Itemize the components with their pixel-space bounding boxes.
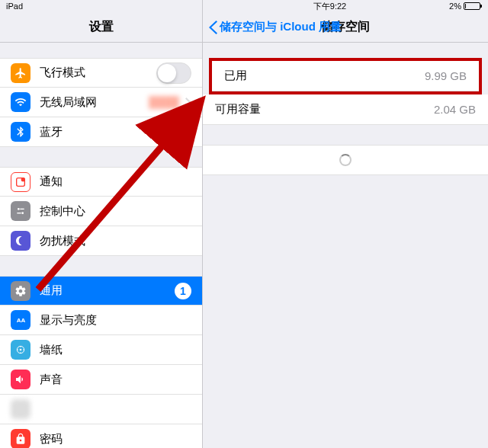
chevron-left-icon (209, 21, 217, 34)
svg-point-9 (20, 346, 21, 347)
bluetooth-detail: 关闭 (158, 125, 179, 139)
wallpaper-icon (11, 340, 30, 360)
wifi-icon (11, 92, 30, 112)
row-label: 通用 (40, 283, 175, 298)
svg-point-10 (20, 352, 21, 353)
sidebar-item-notifications[interactable]: 通知 (0, 167, 202, 197)
moon-icon (11, 231, 30, 251)
row-label: 控制中心 (40, 204, 191, 219)
time-label: 下午9:22 (313, 1, 346, 12)
sidebar-item-passcode[interactable]: 密码 (0, 424, 202, 448)
highlight-annotation: 已用 9.99 GB (209, 58, 482, 94)
row-label: 飞行模式 (40, 66, 156, 80)
svg-point-12 (23, 349, 24, 350)
used-value: 9.99 GB (425, 69, 467, 82)
badge: 1 (175, 283, 191, 299)
loading-row (203, 145, 488, 175)
available-label: 可用容量 (215, 102, 261, 117)
gear-icon (11, 281, 30, 301)
sidebar-header: 设置 (0, 12, 202, 43)
svg-point-8 (20, 349, 22, 351)
sidebar-title: 设置 (89, 19, 114, 35)
svg-point-2 (18, 208, 20, 210)
bluetooth-icon (11, 122, 30, 142)
sidebar-item-control-center[interactable]: 控制中心 (0, 197, 202, 226)
sidebar-item-wifi[interactable]: 无线局域网 ████ (0, 88, 202, 117)
battery-indicator: 2% (449, 2, 480, 11)
row-label: 显示与亮度 (40, 313, 191, 328)
back-label: 储存空间与 iCloud 用量 (220, 20, 342, 34)
airplane-icon (11, 63, 30, 83)
row-label: 蓝牙 (40, 125, 158, 139)
chevron-right-icon (185, 98, 191, 107)
row-label: 密码 (40, 432, 191, 446)
blurred-icon (11, 399, 30, 419)
available-value: 2.04 GB (434, 103, 476, 116)
row-label: 墙纸 (40, 343, 191, 357)
sidebar-item-display[interactable]: AA 显示与亮度 (0, 306, 202, 335)
notification-icon (11, 172, 30, 192)
control-icon (11, 201, 30, 221)
sidebar-item-dnd[interactable]: 勿扰模式 (0, 226, 202, 256)
svg-rect-5 (17, 213, 21, 213)
row-label: 声音 (40, 373, 191, 387)
sidebar-item-airplane[interactable]: 飞行模式 (0, 58, 202, 88)
svg-point-1 (21, 178, 25, 181)
battery-icon (464, 2, 480, 10)
svg-point-4 (21, 212, 24, 214)
sidebar-item-blurred[interactable] (0, 395, 202, 424)
used-label: 已用 (224, 69, 247, 83)
main-header: 储存空间与 iCloud 用量 储存空间 (203, 12, 488, 43)
spinner-icon (339, 154, 352, 166)
chevron-right-icon (185, 127, 191, 137)
svg-rect-3 (20, 209, 24, 210)
airplane-toggle[interactable] (156, 62, 191, 84)
row-label: 通知 (40, 174, 191, 189)
sidebar-item-general[interactable]: 通用 1 (0, 276, 202, 306)
row-used: 已用 9.99 GB (212, 61, 479, 91)
sidebar-item-wallpaper[interactable]: 墙纸 (0, 335, 202, 365)
wifi-detail: ████ (149, 96, 179, 108)
back-button[interactable]: 储存空间与 iCloud 用量 (209, 20, 342, 34)
sidebar-item-bluetooth[interactable]: 蓝牙 关闭 (0, 117, 202, 147)
row-label: 勿扰模式 (40, 234, 191, 248)
svg-text:AA: AA (17, 317, 26, 324)
row-label: 无线局域网 (40, 95, 149, 110)
device-label: iPad (6, 2, 23, 11)
display-icon: AA (11, 310, 30, 330)
row-available: 可用容量 2.04 GB (203, 94, 488, 125)
sidebar-item-sound[interactable]: 声音 (0, 365, 202, 395)
svg-point-11 (17, 349, 18, 350)
battery-pct: 2% (449, 2, 461, 11)
sound-icon (11, 370, 30, 389)
lock-icon (11, 429, 30, 448)
